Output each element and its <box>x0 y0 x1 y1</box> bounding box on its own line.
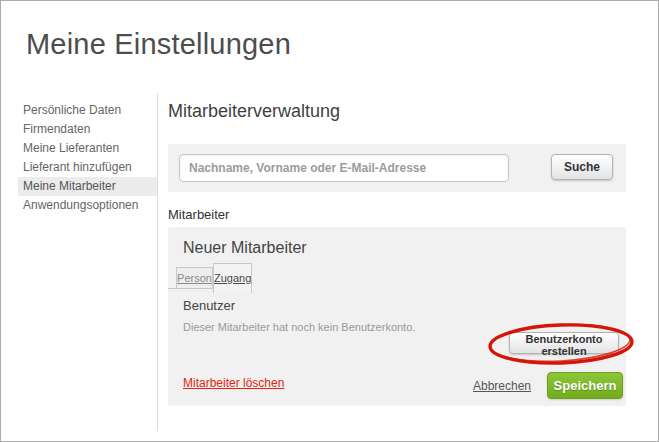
employee-search-bar: Suche <box>168 144 626 192</box>
tab-zugang[interactable]: Zugang <box>213 263 252 293</box>
search-input[interactable] <box>179 154 509 182</box>
sidebar-item-anwendungsoptionen[interactable]: Anwendungsoptionen <box>18 196 157 215</box>
sidebar-item-meine-lieferanten[interactable]: Meine Lieferanten <box>18 139 157 158</box>
no-account-message: Dieser Mitarbeiter hat noch kein Benutze… <box>183 321 415 333</box>
sidebar-content-divider <box>157 93 158 431</box>
panel-title: Neuer Mitarbeiter <box>183 239 307 257</box>
section-heading: Mitarbeiterverwaltung <box>168 101 340 122</box>
settings-sidebar: Persönliche Daten Firmendaten Meine Lief… <box>18 101 157 215</box>
save-button[interactable]: Speichern <box>547 372 623 399</box>
tab-person[interactable]: Person <box>176 267 213 288</box>
sidebar-item-persoenliche-daten[interactable]: Persönliche Daten <box>18 101 157 120</box>
create-account-button[interactable]: Benutzerkonto erstellen <box>509 332 619 354</box>
sidebar-item-firmendaten[interactable]: Firmendaten <box>18 120 157 139</box>
new-employee-panel: Neuer Mitarbeiter Person Zugang Benutzer… <box>168 227 626 406</box>
cancel-link[interactable]: Abbrechen <box>473 379 531 393</box>
search-button[interactable]: Suche <box>551 154 613 180</box>
main-content: Mitarbeiterverwaltung Suche Mitarbeiter … <box>168 1 626 442</box>
employee-list-label: Mitarbeiter <box>168 207 229 222</box>
delete-employee-link[interactable]: Mitarbeiter löschen <box>183 376 284 390</box>
sidebar-item-meine-mitarbeiter[interactable]: Meine Mitarbeiter <box>18 177 157 196</box>
settings-window: Meine Einstellungen Persönliche Daten Fi… <box>0 0 659 442</box>
user-section-heading: Benutzer <box>183 298 235 313</box>
sidebar-item-lieferant-hinzufuegen[interactable]: Lieferant hinzufügen <box>18 158 157 177</box>
